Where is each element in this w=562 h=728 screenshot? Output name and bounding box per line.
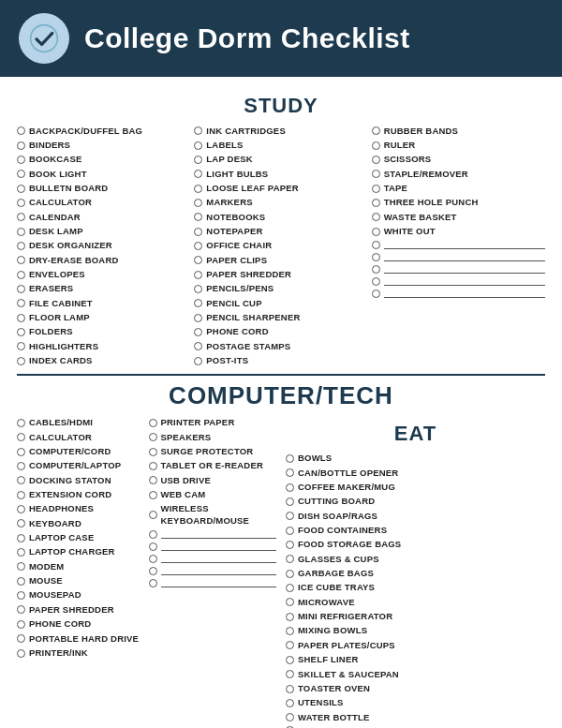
- checkbox-circle[interactable]: [149, 530, 157, 539]
- checkbox-circle[interactable]: [17, 448, 25, 456]
- checkbox-circle[interactable]: [149, 433, 157, 441]
- checkbox-circle[interactable]: [286, 555, 294, 563]
- checkbox-circle[interactable]: [17, 126, 25, 135]
- checkbox-circle[interactable]: [17, 548, 25, 557]
- checkbox-circle[interactable]: [286, 656, 294, 664]
- checkbox-circle[interactable]: [17, 170, 25, 178]
- checkbox-circle[interactable]: [286, 713, 294, 721]
- item-label: COMPUTER/LAPTOP: [29, 460, 121, 471]
- checkbox-circle[interactable]: [194, 228, 202, 236]
- checkbox-circle[interactable]: [194, 271, 202, 279]
- checkbox-circle[interactable]: [286, 670, 294, 678]
- checkbox-circle[interactable]: [194, 299, 202, 307]
- checkbox-circle[interactable]: [286, 483, 294, 492]
- checkbox-circle[interactable]: [194, 242, 202, 250]
- checkbox-circle[interactable]: [372, 290, 380, 298]
- checkbox-circle[interactable]: [17, 620, 25, 629]
- checkbox-circle[interactable]: [149, 579, 157, 587]
- checkbox-circle[interactable]: [17, 649, 25, 658]
- checkbox-circle[interactable]: [372, 253, 380, 261]
- checkbox-circle[interactable]: [194, 256, 202, 264]
- checkbox-circle[interactable]: [17, 213, 25, 221]
- checkbox-circle[interactable]: [194, 156, 202, 164]
- checkbox-circle[interactable]: [17, 605, 25, 614]
- checkbox-circle[interactable]: [17, 271, 25, 279]
- checkbox-circle[interactable]: [17, 185, 25, 193]
- checkbox-circle[interactable]: [17, 357, 25, 365]
- checkbox-circle[interactable]: [286, 570, 294, 578]
- checkbox-circle[interactable]: [17, 562, 25, 571]
- checkbox-circle[interactable]: [17, 476, 25, 484]
- checkbox-circle[interactable]: [194, 314, 202, 322]
- checkbox-circle[interactable]: [286, 699, 294, 707]
- checkbox-circle[interactable]: [286, 527, 294, 535]
- item-label: BOWLS: [298, 453, 332, 464]
- checkbox-circle[interactable]: [194, 199, 202, 207]
- list-item: MODEM: [17, 559, 145, 573]
- checkbox-circle[interactable]: [286, 584, 294, 592]
- checkbox-circle[interactable]: [372, 156, 380, 164]
- checkbox-circle[interactable]: [149, 542, 157, 551]
- checkbox-circle[interactable]: [149, 491, 157, 499]
- checkbox-circle[interactable]: [194, 213, 202, 221]
- checkbox-circle[interactable]: [17, 314, 25, 322]
- checkbox-circle[interactable]: [17, 328, 25, 336]
- checkbox-circle[interactable]: [372, 141, 380, 150]
- checkbox-circle[interactable]: [286, 454, 294, 463]
- checkbox-circle[interactable]: [149, 419, 157, 427]
- checkbox-circle[interactable]: [286, 541, 294, 549]
- checkbox-circle[interactable]: [194, 328, 202, 336]
- checkbox-circle[interactable]: [194, 141, 202, 150]
- checkbox-circle[interactable]: [17, 141, 25, 150]
- checkbox-circle[interactable]: [17, 462, 25, 470]
- checkbox-circle[interactable]: [17, 433, 25, 441]
- checkbox-circle[interactable]: [17, 534, 25, 542]
- checkbox-circle[interactable]: [17, 156, 25, 164]
- checkbox-circle[interactable]: [372, 170, 380, 178]
- checkbox-circle[interactable]: [286, 613, 294, 621]
- checkbox-circle[interactable]: [194, 357, 202, 365]
- checkbox-circle[interactable]: [286, 498, 294, 506]
- checkbox-circle[interactable]: [194, 126, 202, 135]
- checkbox-circle[interactable]: [17, 505, 25, 513]
- checkbox-circle[interactable]: [17, 242, 25, 250]
- checkbox-circle[interactable]: [17, 519, 25, 527]
- item-label: FOLDERS: [29, 326, 73, 337]
- checkbox-circle[interactable]: [372, 228, 380, 236]
- checkbox-circle[interactable]: [149, 567, 157, 575]
- checkbox-circle[interactable]: [17, 199, 25, 207]
- checkbox-circle[interactable]: [194, 185, 202, 193]
- checkbox-circle[interactable]: [194, 170, 202, 178]
- checkbox-circle[interactable]: [149, 555, 157, 563]
- checkbox-circle[interactable]: [17, 256, 25, 264]
- checkbox-circle[interactable]: [17, 491, 25, 499]
- header-title: College Dorm Checklist: [84, 22, 410, 54]
- checkbox-circle[interactable]: [17, 299, 25, 307]
- checkbox-circle[interactable]: [372, 199, 380, 207]
- checkbox-circle[interactable]: [194, 342, 202, 350]
- checkbox-circle[interactable]: [17, 228, 25, 236]
- checkbox-circle[interactable]: [149, 511, 157, 519]
- checkbox-circle[interactable]: [149, 448, 157, 456]
- checkbox-circle[interactable]: [149, 462, 157, 470]
- checkbox-circle[interactable]: [17, 342, 25, 350]
- checkbox-circle[interactable]: [17, 285, 25, 293]
- checkbox-circle[interactable]: [286, 512, 294, 520]
- checkbox-circle[interactable]: [17, 634, 25, 643]
- checkbox-circle[interactable]: [372, 213, 380, 221]
- checkbox-circle[interactable]: [286, 598, 294, 606]
- checkbox-circle[interactable]: [286, 641, 294, 649]
- checkbox-circle[interactable]: [372, 185, 380, 193]
- checkbox-circle[interactable]: [372, 241, 380, 249]
- checkbox-circle[interactable]: [194, 285, 202, 293]
- checkbox-circle[interactable]: [149, 476, 157, 484]
- checkbox-circle[interactable]: [372, 265, 380, 274]
- checkbox-circle[interactable]: [372, 126, 380, 135]
- checkbox-circle[interactable]: [286, 627, 294, 635]
- checkbox-circle[interactable]: [17, 591, 25, 600]
- checkbox-circle[interactable]: [17, 577, 25, 586]
- checkbox-circle[interactable]: [372, 277, 380, 286]
- checkbox-circle[interactable]: [286, 685, 294, 693]
- checkbox-circle[interactable]: [286, 468, 294, 477]
- checkbox-circle[interactable]: [17, 419, 25, 427]
